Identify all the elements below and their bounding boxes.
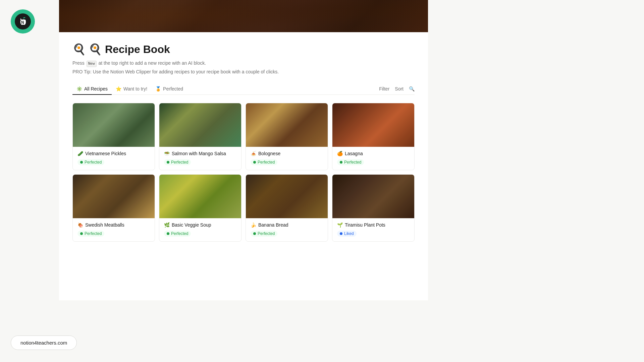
search-button[interactable]: 🔍 xyxy=(409,86,415,92)
recipe-card-basic-veggie-soup[interactable]: 🌿 Basic Veggie Soup Perfected xyxy=(159,174,241,242)
recipe-card-body-vietnamese-pickles: 🥒 Vietnamese Pickles Perfected xyxy=(73,147,155,170)
subtitle-1: Press New at the top right to add a new … xyxy=(72,60,415,67)
badge-dot-salmon-mango-salsa xyxy=(167,161,169,164)
recipe-name-vietnamese-pickles: 🥒 Vietnamese Pickles xyxy=(77,151,150,156)
subtitle-2: PRO Tip: Use the Notion Web Clipper for … xyxy=(72,68,415,75)
recipe-badge-salmon-mango-salsa: Perfected xyxy=(164,159,191,165)
tab-want-to-try[interactable]: ⭐ Want to try! xyxy=(112,83,151,95)
recipe-image-lasagna xyxy=(332,103,414,147)
filter-button[interactable]: Filter xyxy=(379,86,389,92)
recipe-badge-lasagna: Perfected xyxy=(337,159,364,165)
recipe-title-salmon-mango-salsa: Salmon with Mango Salsa xyxy=(172,151,226,156)
notion-logo[interactable]: N xyxy=(11,9,35,34)
recipe-card-body-lasagna: 🍊 Lasagna Perfected xyxy=(332,147,414,170)
recipe-image-banana-bread xyxy=(246,175,328,218)
tab-perfected-label: Perfected xyxy=(163,86,183,92)
badge-dot-lasagna xyxy=(340,161,342,164)
recipe-name-lasagna: 🍊 Lasagna xyxy=(337,151,410,156)
recipe-emoji-lasagna: 🍊 xyxy=(337,151,343,156)
recipe-image-bolognese xyxy=(246,103,328,147)
watermark-label: notion4teachers.com xyxy=(20,340,67,346)
recipe-card-body-bolognese: 🍝 Bolognese Perfected xyxy=(246,147,328,170)
badge-label-tiramisu-plant-pots: Liked xyxy=(344,231,354,236)
recipe-emoji-vietnamese-pickles: 🥒 xyxy=(77,151,83,156)
recipe-emoji-banana-bread: 🍌 xyxy=(251,222,256,228)
badge-dot-swedish-meatballs xyxy=(80,232,83,235)
page-title: 🍳 🍳 Recipe Book xyxy=(72,43,415,56)
recipe-card-body-basic-veggie-soup: 🌿 Basic Veggie Soup Perfected xyxy=(159,218,241,241)
main-container: 🍳 🍳 Recipe Book Press New at the top rig… xyxy=(59,0,644,320)
tab-all-recipes[interactable]: ✳️ All Recipes xyxy=(72,83,112,95)
recipe-badge-bolognese: Perfected xyxy=(251,159,277,165)
badge-label-lasagna: Perfected xyxy=(344,160,361,165)
recipe-image-vietnamese-pickles xyxy=(73,103,155,147)
recipe-grid: 🥒 Vietnamese Pickles Perfected 🥗 Salmon … xyxy=(72,103,415,242)
recipe-image-tiramisu-plant-pots xyxy=(332,175,414,218)
badge-label-salmon-mango-salsa: Perfected xyxy=(171,160,188,165)
header-banner xyxy=(59,0,428,32)
title-emoji: 🍳 xyxy=(72,43,86,56)
recipe-emoji-swedish-meatballs: 🍖 xyxy=(77,222,83,228)
recipe-card-body-salmon-mango-salsa: 🥗 Salmon with Mango Salsa Perfected xyxy=(159,147,241,170)
recipe-badge-swedish-meatballs: Perfected xyxy=(77,231,104,237)
badge-label-bolognese: Perfected xyxy=(258,160,275,165)
watermark: notion4teachers.com xyxy=(11,336,77,350)
sort-label: Sort xyxy=(395,86,404,92)
recipe-card-body-swedish-meatballs: 🍖 Swedish Meatballs Perfected xyxy=(73,218,155,241)
recipe-card-tiramisu-plant-pots[interactable]: 🌱 Tiramisu Plant Pots Liked xyxy=(332,174,415,242)
recipe-badge-vietnamese-pickles: Perfected xyxy=(77,159,104,165)
recipe-name-tiramisu-plant-pots: 🌱 Tiramisu Plant Pots xyxy=(337,222,410,228)
recipe-name-swedish-meatballs: 🍖 Swedish Meatballs xyxy=(77,222,150,228)
recipe-card-swedish-meatballs[interactable]: 🍖 Swedish Meatballs Perfected xyxy=(72,174,155,242)
recipe-title-swedish-meatballs: Swedish Meatballs xyxy=(85,222,124,228)
recipe-title-lasagna: Lasagna xyxy=(345,151,363,156)
recipe-card-lasagna[interactable]: 🍊 Lasagna Perfected xyxy=(332,103,415,170)
badge-dot-vietnamese-pickles xyxy=(80,161,83,164)
recipe-name-bolognese: 🍝 Bolognese xyxy=(251,151,323,156)
recipe-name-salmon-mango-salsa: 🥗 Salmon with Mango Salsa xyxy=(164,151,236,156)
recipe-card-body-banana-bread: 🍌 Banana Bread Perfected xyxy=(246,218,328,241)
recipe-image-basic-veggie-soup xyxy=(159,175,241,218)
badge-label-basic-veggie-soup: Perfected xyxy=(171,231,188,236)
recipe-title-tiramisu-plant-pots: Tiramisu Plant Pots xyxy=(345,222,385,228)
badge-label-swedish-meatballs: Perfected xyxy=(85,231,102,236)
recipe-card-banana-bread[interactable]: 🍌 Banana Bread Perfected xyxy=(246,174,328,242)
recipe-emoji-bolognese: 🍝 xyxy=(251,151,256,156)
recipe-name-banana-bread: 🍌 Banana Bread xyxy=(251,222,323,228)
recipe-emoji-tiramisu-plant-pots: 🌱 xyxy=(337,222,343,228)
recipe-title-vietnamese-pickles: Vietnamese Pickles xyxy=(85,151,126,156)
notion-logo-inner: N xyxy=(15,13,31,29)
kbd-new: New xyxy=(87,61,97,67)
recipe-title-basic-veggie-soup: Basic Veggie Soup xyxy=(172,222,211,228)
recipe-card-salmon-mango-salsa[interactable]: 🥗 Salmon with Mango Salsa Perfected xyxy=(159,103,241,170)
tab-want-icon: ⭐ xyxy=(116,86,121,92)
recipe-emoji-salmon-mango-salsa: 🥗 xyxy=(164,151,170,156)
badge-label-banana-bread: Perfected xyxy=(258,231,275,236)
tabs-bar: ✳️ All Recipes ⭐ Want to try! 🏅 Perfecte… xyxy=(72,83,415,95)
recipe-card-bolognese[interactable]: 🍝 Bolognese Perfected xyxy=(246,103,328,170)
svg-text:N: N xyxy=(21,20,24,25)
tab-perfected-icon: 🏅 xyxy=(155,86,161,92)
tab-controls: Filter Sort 🔍 xyxy=(379,86,415,92)
badge-dot-banana-bread xyxy=(253,232,256,235)
recipe-title-banana-bread: Banana Bread xyxy=(258,222,288,228)
recipe-badge-banana-bread: Perfected xyxy=(251,231,277,237)
search-icon: 🔍 xyxy=(409,86,415,92)
badge-dot-tiramisu-plant-pots xyxy=(340,232,342,235)
recipe-card-vietnamese-pickles[interactable]: 🥒 Vietnamese Pickles Perfected xyxy=(72,103,155,170)
badge-dot-basic-veggie-soup xyxy=(167,232,169,235)
tab-want-label: Want to try! xyxy=(123,86,147,92)
tab-all-recipes-label: All Recipes xyxy=(84,86,108,92)
page-content: 🍳 🍳 Recipe Book Press New at the top rig… xyxy=(59,32,428,300)
recipe-badge-tiramisu-plant-pots: Liked xyxy=(337,231,357,237)
sort-button[interactable]: Sort xyxy=(395,86,404,92)
recipe-badge-basic-veggie-soup: Perfected xyxy=(164,231,191,237)
badge-label-vietnamese-pickles: Perfected xyxy=(85,160,102,165)
recipe-title-bolognese: Bolognese xyxy=(258,151,280,156)
tab-perfected[interactable]: 🏅 Perfected xyxy=(151,83,187,95)
recipe-emoji-basic-veggie-soup: 🌿 xyxy=(164,222,170,228)
tab-all-recipes-icon: ✳️ xyxy=(76,86,82,92)
filter-label: Filter xyxy=(379,86,389,92)
recipe-name-basic-veggie-soup: 🌿 Basic Veggie Soup xyxy=(164,222,236,228)
recipe-image-salmon-mango-salsa xyxy=(159,103,241,147)
